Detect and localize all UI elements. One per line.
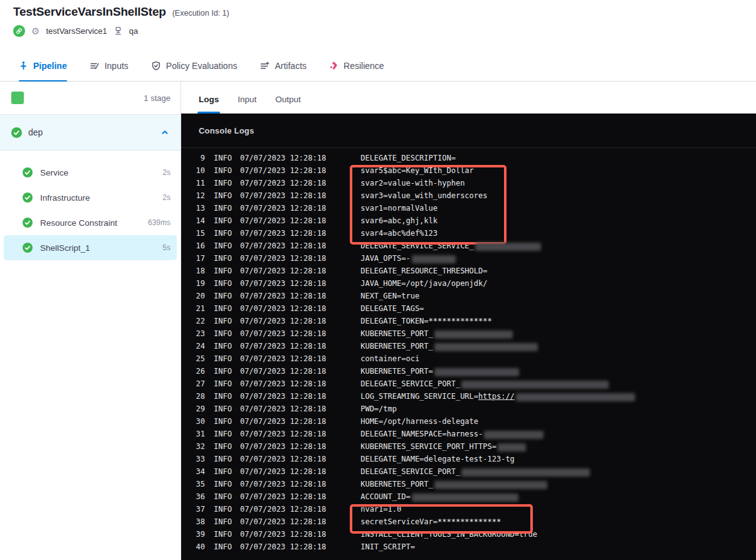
artifacts-icon xyxy=(260,61,270,71)
log-line-number: 26 xyxy=(189,367,205,376)
redacted-text xyxy=(484,431,543,439)
log-message: secretServiceVar=************** xyxy=(360,517,501,526)
log-level: INFO xyxy=(214,304,232,313)
environment-name[interactable]: qa xyxy=(129,26,138,36)
redacted-text xyxy=(412,494,518,502)
log-level: INFO xyxy=(214,367,232,376)
log-level: INFO xyxy=(214,467,232,476)
step-duration: 2s xyxy=(162,168,171,177)
log-timestamp: 07/07/2023 12:28:18 xyxy=(240,279,326,288)
log-message: INIT_SCRIPT= xyxy=(360,542,415,551)
tab-label: Resilience xyxy=(344,61,384,71)
step-detail-panel: Logs Input Output Console Logs 9INFO07/0… xyxy=(181,82,756,560)
log-line: 10INFO07/07/2023 12:28:18svar5$abc=Key_W… xyxy=(181,164,756,177)
log-line-number: 23 xyxy=(189,329,205,338)
tab-pipeline[interactable]: Pipeline xyxy=(19,50,67,81)
inputs-icon xyxy=(90,61,100,71)
log-line-number: 24 xyxy=(189,342,205,351)
log-timestamp: 07/07/2023 12:28:18 xyxy=(240,241,326,250)
log-message: svar1=normalValue xyxy=(360,204,438,213)
log-line-number: 13 xyxy=(189,204,205,213)
log-line: 11INFO07/07/2023 12:28:18svar2=value-wit… xyxy=(181,177,756,189)
log-timestamp: 07/07/2023 12:28:18 xyxy=(240,179,326,188)
log-line: 24INFO07/07/2023 12:28:18KUBERNETES_PORT… xyxy=(181,340,756,352)
log-lines[interactable]: 9INFO07/07/2023 12:28:18DELEGATE_DESCRIP… xyxy=(181,148,756,560)
step-resource-constraint[interactable]: Resource Constraint 639ms xyxy=(0,210,181,235)
redacted-text xyxy=(434,368,519,376)
log-line-number: 14 xyxy=(189,216,205,225)
log-line-number: 30 xyxy=(189,417,205,426)
log-line: 22INFO07/07/2023 12:28:18DELEGATE_TOKEN=… xyxy=(181,315,756,327)
stage-group-label: dep xyxy=(28,127,154,137)
log-timestamp: 07/07/2023 12:28:18 xyxy=(240,267,326,275)
log-level: INFO xyxy=(214,455,232,463)
log-timestamp: 07/07/2023 12:28:18 xyxy=(240,154,326,162)
execution-sidebar: 1 stage dep xyxy=(0,82,181,560)
redacted-text xyxy=(461,381,609,389)
log-level: INFO xyxy=(214,392,232,401)
log-message: HOME=/opt/harness-delegate xyxy=(360,417,478,426)
log-timestamp: 07/07/2023 12:28:18 xyxy=(240,492,326,501)
log-message: DELEGATE_TOKEN=************** xyxy=(360,317,492,325)
check-circle-icon xyxy=(23,243,33,253)
log-level: INFO xyxy=(214,166,232,175)
log-level: INFO xyxy=(214,492,232,501)
log-timestamp: 07/07/2023 12:28:18 xyxy=(240,342,326,351)
log-message: svar3=value_with_underscores xyxy=(360,191,487,200)
step-duration: 2s xyxy=(162,193,171,202)
log-message: DELEGATE_RESOURCE_THRESHOLD= xyxy=(360,267,487,275)
stage-group-dep[interactable]: dep xyxy=(0,115,181,151)
log-line-number: 20 xyxy=(189,292,205,300)
step-infrastructure[interactable]: Infrastructure 2s xyxy=(0,185,181,210)
log-line: 17INFO07/07/2023 12:28:18JAVA_OPTS=- xyxy=(181,252,756,265)
log-message: DELEGATE_TAGS= xyxy=(360,304,424,313)
log-line-number: 29 xyxy=(189,404,205,413)
log-message: JAVA_OPTS=- xyxy=(360,254,456,263)
log-line: 33INFO07/07/2023 12:28:18DELEGATE_NAME=d… xyxy=(181,453,756,465)
log-line-number: 35 xyxy=(189,480,205,489)
stage-status-square[interactable] xyxy=(11,92,24,104)
chevron-up-icon[interactable] xyxy=(160,128,169,137)
log-level: INFO xyxy=(214,517,232,526)
log-line-number: 40 xyxy=(189,542,205,551)
log-line: 35INFO07/07/2023 12:28:18KUBERNETES_PORT… xyxy=(181,478,756,490)
log-level: INFO xyxy=(214,179,232,188)
log-line: 29INFO07/07/2023 12:28:18PWD=/tmp xyxy=(181,403,756,415)
log-timestamp: 07/07/2023 12:28:18 xyxy=(240,505,326,514)
log-level: INFO xyxy=(214,317,232,325)
tab-output[interactable]: Output xyxy=(275,95,301,114)
log-level: INFO xyxy=(214,154,232,162)
tab-logs[interactable]: Logs xyxy=(199,95,219,114)
log-line-number: 12 xyxy=(189,191,205,200)
cd-module-icon xyxy=(13,25,25,37)
log-line-number: 21 xyxy=(189,304,205,313)
log-message: DELEGATE_SERVICE_PORT_ xyxy=(360,467,591,476)
log-line-number: 25 xyxy=(189,354,205,363)
tab-policy-evaluations[interactable]: Policy Evaluations xyxy=(151,50,238,81)
log-timestamp: 07/07/2023 12:28:18 xyxy=(240,329,326,338)
log-message: svar5$abc=Key_WIth_Dollar xyxy=(360,166,474,175)
console-panel: Console Logs 9INFO07/07/2023 12:28:18DEL… xyxy=(181,114,756,560)
step-shellscript-1[interactable]: ShellScript_1 5s xyxy=(4,235,177,260)
tab-input[interactable]: Input xyxy=(238,95,256,114)
step-label: Infrastructure xyxy=(40,193,155,203)
log-level: INFO xyxy=(214,279,232,288)
log-line: 37INFO07/07/2023 12:28:18nvar1=1.0 xyxy=(181,503,756,515)
tab-resilience[interactable]: Resilience xyxy=(329,50,384,81)
tab-inputs[interactable]: Inputs xyxy=(90,50,129,81)
step-service[interactable]: Service 2s xyxy=(0,160,181,185)
shield-check-icon xyxy=(151,61,161,71)
log-timestamp: 07/07/2023 12:28:18 xyxy=(240,442,326,451)
log-line-number: 18 xyxy=(189,267,205,275)
log-timestamp: 07/07/2023 12:28:18 xyxy=(240,392,326,401)
tab-artifacts[interactable]: Artifacts xyxy=(260,50,307,81)
log-message: KUBERNETES_PORT_ xyxy=(360,480,549,489)
check-circle-icon xyxy=(23,193,33,203)
redacted-text xyxy=(434,330,513,339)
log-timestamp: 07/07/2023 12:28:18 xyxy=(240,367,326,376)
log-line-number: 38 xyxy=(189,517,205,526)
log-line: 26INFO07/07/2023 12:28:18KUBERNETES_PORT… xyxy=(181,365,756,378)
log-timestamp: 07/07/2023 12:28:18 xyxy=(240,304,326,313)
log-url-link[interactable]: https:// xyxy=(478,392,515,401)
service-name[interactable]: testVarsService1 xyxy=(46,26,107,36)
